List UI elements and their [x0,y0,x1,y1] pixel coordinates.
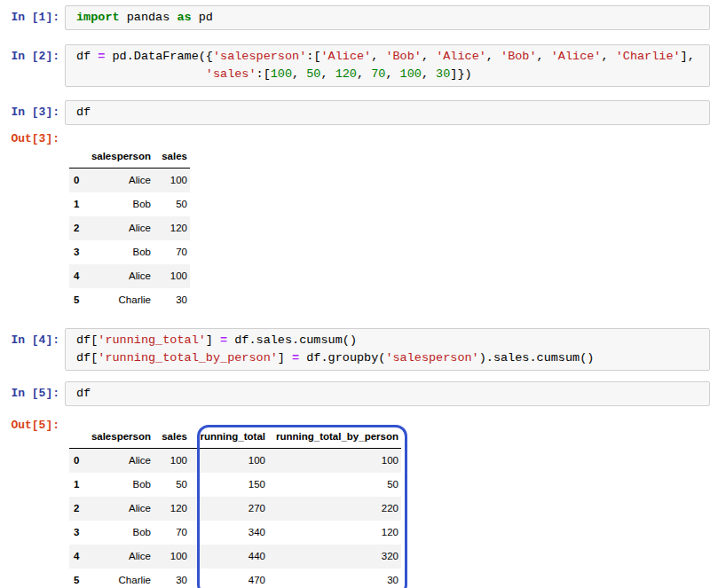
code-cell-1: In [1]: import pandas as pd [0,5,710,30]
table-cell: 120 [154,497,190,521]
input-prompt: In [4]: [0,328,65,349]
input-prompt: In [5]: [0,381,65,403]
table-cell: 30 [154,568,190,588]
table-cell: 340 [190,521,268,545]
row-index: 2 [69,216,87,240]
table-cell: Alice [87,264,154,288]
table-row: 2Alice120270220 [69,497,401,521]
table-cell: 100 [268,449,401,474]
column-header: running_total [190,427,268,449]
column-header: salesperson [87,147,154,169]
table-cell: 100 [154,449,190,474]
table-cell: 440 [190,545,268,568]
code-cell-4: In [4]: df['running_total'] = df.sales.c… [0,328,710,371]
code-text: df['running_total'] = df.sales.cumsum()d… [76,332,707,367]
dataframe-table-out5: salespersonsalesrunning_totalrunning_tot… [69,427,401,588]
table-row: 4Alice100 [69,264,190,288]
code-input[interactable]: df['running_total'] = df.sales.cumsum()d… [65,328,710,371]
table-cell: 30 [154,288,190,312]
code-input[interactable]: df [65,100,710,125]
row-index: 2 [69,497,87,521]
row-index: 0 [69,169,87,193]
table-cell: 100 [154,264,190,288]
table-row: 2Alice120 [69,216,190,240]
table-cell: 100 [190,449,268,474]
table-cell: 120 [154,216,190,240]
dataframe-container: salespersonsales0Alice1001Bob502Alice120… [69,147,190,312]
table-cell: 50 [268,473,401,497]
table-row: 1Bob50 [69,192,190,216]
column-header: sales [154,427,190,449]
input-prompt: In [3]: [0,100,65,122]
row-index: 5 [69,288,87,312]
table-row: 4Alice100440320 [69,545,401,568]
code-text: df [76,385,707,403]
code-text: df [76,104,707,122]
output-cell-3: Out[3]: salespersonsales0Alice1001Bob502… [0,127,710,316]
table-cell: 470 [190,568,268,588]
notebook: In [1]: import pandas as pd In [2]: df =… [0,0,710,588]
row-index: 3 [69,240,87,264]
code-cell-3: In [3]: df [0,100,710,125]
column-header: running_total_by_person [268,427,401,449]
code-cell-5: In [5]: df [0,381,710,406]
table-cell: 70 [154,240,190,264]
table-cell: 100 [154,169,190,193]
input-prompt: In [1]: [0,5,65,27]
table-cell: Alice [87,216,154,240]
table-cell: Alice [87,449,154,474]
dataframe-container: salespersonsalesrunning_totalrunning_tot… [69,427,401,588]
table-cell: 70 [154,521,190,545]
code-input[interactable]: df [65,381,710,406]
index-header [69,427,87,449]
header-row: salespersonsales [69,147,190,169]
table-cell: Bob [87,521,154,545]
table-cell: 320 [268,545,401,568]
row-index: 1 [69,473,87,497]
table-row: 3Bob70340120 [69,521,401,545]
table-cell: Alice [87,497,154,521]
table-cell: Charlie [87,288,154,312]
row-index: 4 [69,264,87,288]
column-header: sales [154,147,190,169]
table-cell: 270 [190,497,268,521]
table-cell: Bob [87,240,154,264]
row-index: 4 [69,545,87,568]
table-row: 5Charlie30 [69,288,190,312]
table-cell: Bob [87,192,154,216]
output-area: salespersonsales0Alice1001Bob502Alice120… [69,127,710,316]
table-cell: 220 [268,497,401,521]
table-row: 5Charlie3047030 [69,568,401,588]
table-cell: 30 [268,568,401,588]
output-prompt: Out[5]: [0,413,65,435]
table-cell: 120 [268,521,401,545]
table-row: 1Bob5015050 [69,473,401,497]
header-row: salespersonsalesrunning_totalrunning_tot… [69,427,401,449]
row-index: 3 [69,521,87,545]
table-row: 3Bob70 [69,240,190,264]
table-cell: Bob [87,473,154,497]
table-cell: Charlie [87,568,154,588]
output-cell-5: Out[5]: salespersonsalesrunning_totalrun… [0,413,710,588]
table-row: 0Alice100 [69,169,190,193]
table-cell: Alice [87,545,154,568]
table-row: 0Alice100100100 [69,449,401,474]
code-cell-2: In [2]: df = pd.DataFrame({'salesperson'… [0,44,710,87]
table-cell: 100 [154,545,190,568]
index-header [69,147,87,169]
code-input[interactable]: df = pd.DataFrame({'salesperson':['Alice… [65,44,710,87]
dataframe-table-out3: salespersonsales0Alice1001Bob502Alice120… [69,147,190,312]
row-index: 0 [69,449,87,474]
table-cell: 150 [190,473,268,497]
table-cell: 50 [154,473,190,497]
code-text: import pandas as pd [76,9,707,27]
column-header: salesperson [87,427,154,449]
input-prompt: In [2]: [0,44,65,66]
row-index: 5 [69,568,87,588]
table-cell: 50 [154,192,190,216]
code-input[interactable]: import pandas as pd [65,5,710,30]
output-area: salespersonsalesrunning_totalrunning_tot… [69,413,710,588]
code-text: df = pd.DataFrame({'salesperson':['Alice… [76,48,707,83]
table-cell: Alice [87,169,154,193]
row-index: 1 [69,192,87,216]
